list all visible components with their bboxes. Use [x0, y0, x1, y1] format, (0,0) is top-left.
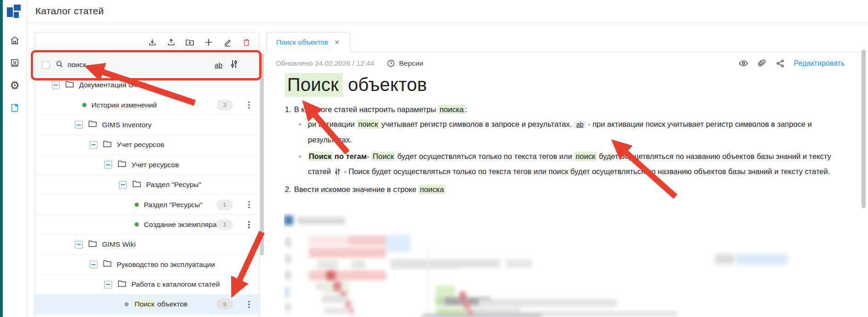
tree-row-folder[interactable]: Документация GIMS [34, 75, 260, 95]
tab-bar-divider [350, 51, 868, 52]
tree-scrollbar-thumb[interactable] [260, 53, 264, 255]
bullet-item-1: ◦ ри активации поиск учитывает регистр с… [299, 117, 850, 147]
tree-row-article[interactable]: История изменений 3 [34, 95, 260, 115]
tab-search-objects[interactable]: Поиск объектов × [267, 32, 350, 52]
article-body: Поиск объектов 1. В каталоге статей наст… [285, 74, 850, 194]
embedded-screenshot [284, 209, 842, 317]
app-logo-icon [6, 4, 22, 20]
folder-icon [118, 160, 126, 170]
search-input[interactable] [68, 61, 182, 69]
search-hit-highlight: поиска [419, 185, 445, 194]
checkbox-indeterminate[interactable] [75, 121, 83, 129]
tree-row-folder[interactable]: GIMS Inventory [34, 115, 260, 135]
close-icon[interactable]: × [335, 38, 340, 46]
case-sensitive-toggle[interactable]: ab [215, 61, 222, 69]
checkbox-indeterminate[interactable] [90, 141, 97, 149]
folder-icon [88, 120, 97, 130]
search-icon [55, 60, 64, 70]
trash-icon[interactable] [241, 37, 251, 47]
add-folder-icon[interactable] [185, 37, 195, 47]
kebab-menu-icon[interactable] [245, 220, 253, 229]
paperclip-icon[interactable] [757, 58, 767, 68]
home-icon[interactable] [6, 31, 24, 50]
folder-icon [103, 260, 112, 269]
upload-icon[interactable] [166, 37, 176, 47]
gear-icon[interactable]: ⚙ [6, 76, 24, 95]
article-status-dot [82, 103, 86, 107]
match-count-badge: 9 [216, 299, 233, 310]
checkbox-indeterminate[interactable] [104, 281, 112, 289]
case-sensitive-inline-icon: ab [574, 121, 586, 129]
bookmark-icon[interactable] [6, 99, 24, 117]
top-bar: Каталог статей [27, 0, 868, 23]
sliders-inline-icon [333, 166, 342, 181]
download-icon[interactable] [147, 37, 157, 47]
edit-button[interactable]: Редактировать [794, 59, 845, 68]
numbered-item-2: 2. Ввести искомое значение в строке поис… [285, 185, 850, 194]
search-hit-highlight: Поиск [308, 152, 333, 161]
folder-icon [118, 280, 126, 289]
folder-icon [132, 180, 141, 190]
eye-icon[interactable] [738, 58, 749, 68]
match-count-badge: 3 [216, 100, 233, 111]
updated-timestamp: Обновлено 24.02.2026 / 12:44 [276, 59, 374, 68]
plus-icon[interactable] [204, 37, 214, 47]
article-status-dot [125, 302, 129, 306]
tree-scrollbar[interactable] [260, 52, 264, 317]
match-count-badge: 1 [216, 199, 233, 210]
tree-toolbar [34, 33, 260, 52]
tree-row-article[interactable]: Раздел "Ресурсы" 1 [34, 195, 260, 215]
kebab-menu-icon[interactable] [245, 200, 253, 209]
checkbox-indeterminate[interactable] [90, 260, 97, 268]
kebab-menu-icon[interactable] [245, 300, 253, 309]
edit-pencil-icon[interactable] [222, 37, 233, 47]
search-hit-highlight: поиска [438, 105, 465, 114]
tree-panel: ab Документация GIMS История изменений 3 [34, 32, 260, 317]
search-hit-highlight: поиск [574, 152, 597, 161]
checkbox-indeterminate[interactable] [75, 241, 83, 249]
article-title: Поиск объектов [285, 74, 850, 95]
share-icon[interactable] [775, 58, 785, 68]
search-hit-highlight: поиск [357, 119, 380, 129]
checkbox-indeterminate[interactable] [119, 181, 127, 189]
main-scrollbar-thumb[interactable] [862, 50, 866, 208]
tree-row-folder[interactable]: Учет ресурсов [34, 135, 260, 155]
article-meta-bar: Обновлено 24.02.2026 / 12:44 Версии Реда… [276, 57, 859, 69]
article-status-dot [135, 222, 139, 226]
tree-row-folder[interactable]: Раздел "Ресуры" [34, 175, 260, 195]
tree-rows: Документация GIMS История изменений 3 GI… [34, 75, 260, 315]
sliders-icon[interactable] [230, 59, 238, 71]
checkbox-indeterminate[interactable] [104, 161, 112, 169]
left-rail: ⚙ [3, 0, 27, 317]
search-hit-highlight: Поиск [285, 73, 343, 97]
tree-row-folder[interactable]: Руководство по эксплуатации [34, 255, 260, 275]
kebab-menu-icon[interactable] [245, 101, 253, 110]
bullet-item-2: ◦ Поиск по тегам- Поиск будет осуществля… [299, 149, 850, 181]
tree-row-folder[interactable]: Учет ресурсов [34, 155, 260, 175]
app-root: ⚙ Каталог статей [0, 0, 868, 317]
tree-row-article[interactable]: Создание экземпляра 1 [34, 215, 260, 235]
page-title: Каталог статей [35, 6, 104, 17]
match-count-badge: 1 [216, 219, 233, 230]
select-all-checkbox[interactable] [42, 61, 50, 69]
folder-icon [103, 140, 112, 150]
clock-icon [387, 59, 395, 68]
folder-icon [88, 240, 97, 249]
article-status-dot [135, 203, 139, 207]
tab-label: Поиск объектов [276, 38, 328, 46]
reader-icon[interactable] [6, 54, 24, 72]
versions-button[interactable]: Версии [387, 59, 423, 68]
main-scrollbar[interactable] [862, 46, 866, 317]
checkbox-indeterminate[interactable] [52, 81, 60, 89]
tree-search-row: ab [34, 52, 260, 78]
folder-icon [65, 80, 74, 90]
numbered-item-1: 1. В каталоге статей настроить параметры… [285, 105, 850, 114]
tree-row-folder[interactable]: GIMS Wiki [34, 235, 260, 255]
tree-row-folder[interactable]: Работа с каталогом статей [34, 275, 260, 294]
search-hit-highlight: Поиск [134, 300, 155, 308]
tree-row-article-selected[interactable]: Поиск объектов 9 [34, 294, 260, 314]
search-hit-highlight: Поиск [371, 152, 395, 161]
